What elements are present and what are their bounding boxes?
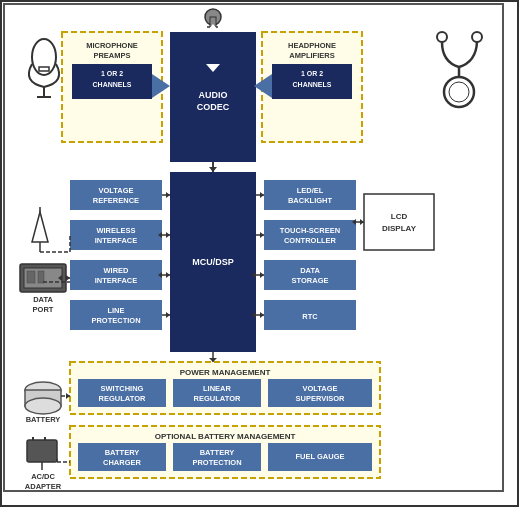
svg-text:RTC: RTC	[302, 312, 318, 321]
svg-text:LCD: LCD	[391, 212, 408, 221]
svg-text:PROTECTION: PROTECTION	[91, 316, 140, 325]
svg-rect-96	[27, 271, 35, 283]
svg-text:CHANNELS: CHANNELS	[293, 81, 332, 88]
svg-text:MICROPHONE: MICROPHONE	[86, 41, 138, 50]
svg-text:VOLTAGE: VOLTAGE	[98, 186, 133, 195]
svg-text:SWITCHING: SWITCHING	[101, 384, 144, 393]
svg-text:AC/DC: AC/DC	[31, 472, 55, 481]
svg-text:PREAMPS: PREAMPS	[93, 51, 130, 60]
svg-text:BATTERY: BATTERY	[105, 448, 140, 457]
svg-rect-83	[364, 194, 434, 250]
svg-rect-97	[38, 271, 44, 283]
svg-text:LED/EL: LED/EL	[297, 186, 324, 195]
svg-text:INTERFACE: INTERFACE	[95, 236, 138, 245]
svg-text:CHANNELS: CHANNELS	[93, 81, 132, 88]
svg-text:HEADPHONE: HEADPHONE	[288, 41, 336, 50]
svg-text:WIRELESS: WIRELESS	[96, 226, 135, 235]
svg-text:INTERFACE: INTERFACE	[95, 276, 138, 285]
svg-rect-72	[264, 260, 356, 290]
svg-rect-62	[264, 180, 356, 210]
svg-text:AUDIO: AUDIO	[199, 90, 228, 100]
svg-text:WIRED: WIRED	[104, 266, 130, 275]
svg-rect-45	[70, 220, 162, 250]
svg-rect-51	[70, 260, 162, 290]
svg-text:VOLTAGE: VOLTAGE	[302, 384, 337, 393]
svg-text:REFERENCE: REFERENCE	[93, 196, 139, 205]
svg-rect-40	[70, 180, 162, 210]
svg-text:BATTERY: BATTERY	[26, 415, 61, 424]
svg-text:STORAGE: STORAGE	[292, 276, 329, 285]
svg-text:CODEC: CODEC	[197, 102, 230, 112]
svg-text:SUPERVISOR: SUPERVISOR	[295, 394, 345, 403]
svg-text:FUEL GAUGE: FUEL GAUGE	[295, 452, 344, 461]
svg-text:LINE: LINE	[107, 306, 124, 315]
svg-text:DATA: DATA	[300, 266, 320, 275]
svg-text:DATA: DATA	[33, 295, 53, 304]
svg-point-105	[25, 398, 61, 414]
svg-rect-67	[264, 220, 356, 250]
svg-text:REGULATOR: REGULATOR	[194, 394, 241, 403]
svg-text:OPTIONAL BATTERY MANAGEMENT: OPTIONAL BATTERY MANAGEMENT	[155, 432, 296, 441]
svg-text:LINEAR: LINEAR	[203, 384, 232, 393]
svg-text:1 OR 2: 1 OR 2	[101, 70, 123, 77]
svg-text:CONTROLLER: CONTROLLER	[284, 236, 337, 245]
svg-text:AMPLIFIERS: AMPLIFIERS	[289, 51, 334, 60]
main-diagram: MICROPHONE PREAMPS 1 OR 2 CHANNELS AUDIO…	[2, 2, 505, 493]
svg-text:TOUCH-SCREEN: TOUCH-SCREEN	[280, 226, 340, 235]
svg-text:REGULATOR: REGULATOR	[99, 394, 146, 403]
svg-text:PROTECTION: PROTECTION	[192, 458, 241, 467]
svg-text:MCU/DSP: MCU/DSP	[192, 257, 234, 267]
svg-text:1 OR 2: 1 OR 2	[301, 70, 323, 77]
svg-text:BATTERY: BATTERY	[200, 448, 235, 457]
svg-text:DISPLAY: DISPLAY	[382, 224, 417, 233]
svg-text:ADAPTER: ADAPTER	[25, 482, 62, 491]
svg-rect-57	[70, 300, 162, 330]
svg-text:BACKLIGHT: BACKLIGHT	[288, 196, 333, 205]
svg-text:PORT: PORT	[33, 305, 54, 314]
svg-rect-107	[27, 440, 57, 462]
diagram-container: MICROPHONE PREAMPS 1 OR 2 CHANNELS AUDIO…	[0, 0, 519, 507]
svg-text:CHARGER: CHARGER	[103, 458, 142, 467]
svg-text:POWER MANAGEMENT: POWER MANAGEMENT	[180, 368, 271, 377]
